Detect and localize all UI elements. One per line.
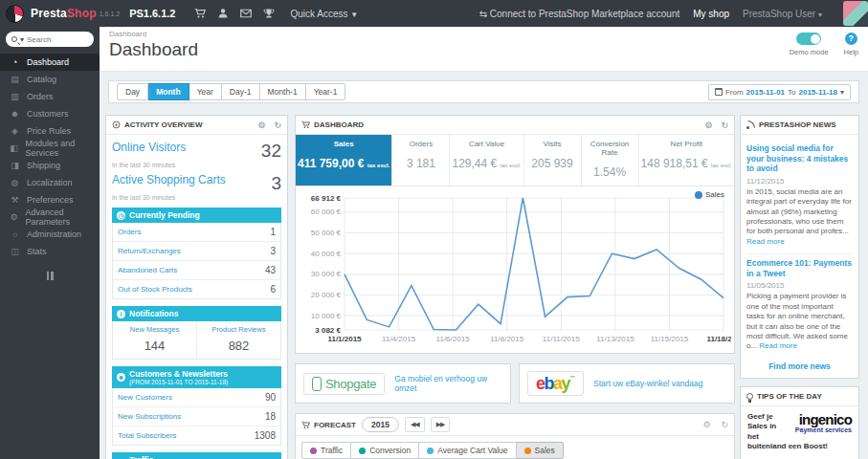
returns-link[interactable]: Return/Exchanges — [118, 247, 181, 255]
table-row: Orders1 — [113, 223, 280, 242]
prestashop-logo-icon[interactable] — [6, 5, 24, 23]
tips-of-the-day-panel: TIPS OF THE DAY ingenico Payment service… — [740, 386, 859, 459]
sidebar-item-catalog[interactable]: ▤Catalog — [0, 71, 100, 88]
customer-icon[interactable] — [211, 8, 234, 19]
demo-mode-label: Demo mode — [790, 48, 829, 56]
read-more-link[interactable]: Read more — [759, 341, 797, 350]
orders-link[interactable]: Orders — [118, 228, 141, 236]
page-title: Dashboard — [109, 39, 198, 60]
sidebar-item-advanced-parameters[interactable]: ⚙Advanced Parameters — [0, 208, 100, 226]
sidebar-item-administration[interactable]: ☼Administration — [0, 226, 100, 243]
sidebar-item-localization[interactable]: ◍Localization — [0, 174, 100, 191]
notifications-table: New Messages144 Product Reviews882 — [112, 321, 281, 360]
out-of-stock-link[interactable]: Out of Stock Products — [118, 285, 192, 294]
kpi-orders[interactable]: Orders3 181 — [392, 135, 450, 186]
toggle-average-cart-value[interactable]: Average Cart Value — [419, 442, 516, 459]
gear-icon[interactable]: ⚙ — [702, 420, 710, 429]
sales-dot-icon — [524, 448, 531, 454]
toggle-sales[interactable]: Sales — [517, 442, 564, 459]
sidebar-search[interactable]: ▾ — [6, 32, 94, 47]
kpi-sales[interactable]: Sales411 759,00 € tax excl. — [296, 135, 392, 186]
new-messages-link[interactable]: New Messages — [115, 325, 194, 334]
date-range-toolbar: Day Month Year Day-1 Month-1 Year-1 From… — [108, 80, 859, 103]
sidebar-item-modules[interactable]: ◧Modules and Services — [0, 140, 100, 157]
forecast-year: 2015 — [362, 417, 399, 432]
breadcrumb: Dashboard — [109, 30, 146, 38]
search-scope-caret-icon[interactable]: ▾ — [20, 35, 24, 44]
sidebar-item-preferences[interactable]: ⚒Preferences — [0, 191, 100, 208]
article-title-link[interactable]: Ecommerce 101: Payments in a Tweet — [746, 258, 853, 278]
range-month-button[interactable]: Month — [148, 83, 189, 100]
abandoned-carts-link[interactable]: Abandoned Carts — [118, 266, 177, 274]
user-avatar[interactable] — [843, 1, 868, 26]
new-messages-value: 144 — [115, 339, 194, 353]
kpi-net-profit[interactable]: Net Profit148 918,51 € tax excl. — [639, 135, 734, 186]
product-reviews-link[interactable]: Product Reviews — [199, 325, 278, 334]
shopgate-link[interactable]: Ga mobiel en verhoog uw omzet — [394, 374, 502, 393]
kpi-conversion-rate[interactable]: Conversion Rate1.54% — [582, 135, 639, 186]
kpi-cart-value[interactable]: Cart Value129,44 € tax excl. — [450, 135, 523, 186]
user-menu[interactable]: PrestaShop User ▾ — [743, 9, 822, 19]
cart-icon[interactable] — [189, 8, 211, 19]
marketplace-link[interactable]: ⇆ Connect to PrestaShop Marketplace acco… — [479, 9, 680, 19]
total-subscribers-link[interactable]: Total Subscribers — [118, 431, 176, 440]
sidebar-item-customers[interactable]: ☻Customers — [0, 105, 100, 122]
sidebar-collapse-icon[interactable] — [45, 272, 55, 280]
demo-mode-toggle[interactable] — [796, 33, 821, 45]
range-day-1-button[interactable]: Day-1 — [222, 83, 260, 100]
next-year-button[interactable]: ▶▶ — [431, 417, 451, 432]
article-title-link[interactable]: Using social media for your business: 4 … — [746, 143, 853, 174]
ebay-logo: ebay™ — [527, 371, 584, 396]
quick-access-menu[interactable]: Quick Access ▼ — [290, 9, 358, 19]
new-subscriptions-link[interactable]: New Subscriptions — [118, 412, 181, 421]
search-input[interactable] — [27, 35, 82, 44]
range-year-1-button[interactable]: Year-1 — [306, 83, 346, 100]
toggle-conversion[interactable]: Conversion — [351, 442, 419, 459]
svg-text:60 000 €: 60 000 € — [311, 208, 342, 216]
online-visitors-link[interactable]: Online Visitors — [112, 141, 186, 154]
refresh-icon[interactable]: ↻ — [721, 420, 728, 429]
active-carts-link[interactable]: Active Shopping Carts — [112, 173, 226, 186]
refresh-icon[interactable]: ↻ — [274, 120, 281, 130]
sidebar-item-stats[interactable]: ◫Stats — [0, 243, 100, 260]
dashboard-icon: ◔ — [10, 57, 20, 67]
kpi-visits[interactable]: Visits205 939 — [524, 135, 582, 186]
avg-cart-dot-icon — [427, 448, 434, 454]
page-header: Dashboard Dashboard Demo mode Help — [100, 27, 868, 72]
sidebar-item-orders[interactable]: ▥Orders — [0, 88, 100, 105]
date-range-picker[interactable]: From2015-11-01 To2015-11-18 ▾ — [708, 84, 851, 100]
read-more-link[interactable]: Read more — [746, 237, 785, 246]
gear-icon[interactable]: ⚙ — [257, 120, 265, 130]
messages-icon[interactable] — [234, 8, 257, 19]
topbar: PrestaShop 1.6.1.2 PS1.6.1.2 Quick Acces… — [0, 0, 868, 27]
brand-name: PrestaShop — [31, 7, 97, 20]
preferences-icon: ⚒ — [10, 195, 20, 205]
toggle-traffic[interactable]: Traffic — [301, 442, 351, 459]
svg-text:11/4/2015: 11/4/2015 — [382, 335, 416, 343]
help-icon[interactable] — [845, 33, 857, 45]
conversion-dot-icon — [359, 448, 366, 454]
find-more-news-link[interactable]: Find more news — [746, 361, 853, 371]
svg-text:10 000 €: 10 000 € — [311, 312, 342, 320]
ebay-link[interactable]: Start uw eBay-winkel vandaag — [593, 379, 702, 388]
range-day-button[interactable]: Day — [117, 83, 148, 100]
table-row: New Customers90 — [113, 388, 280, 407]
prestashop-news-panel: PRESTASHOP NEWS Using social media for y… — [740, 115, 859, 379]
chart-legend[interactable]: Sales — [695, 190, 724, 199]
range-year-button[interactable]: Year — [189, 83, 222, 100]
refresh-icon[interactable]: ↻ — [721, 120, 728, 130]
active-carts-value: 3 — [271, 173, 281, 194]
sidebar-item-dashboard[interactable]: ◔Dashboard — [0, 54, 100, 71]
gear-icon[interactable]: ⚙ — [704, 120, 712, 130]
new-customers-link[interactable]: New Customers — [118, 393, 172, 402]
trophy-icon[interactable] — [257, 8, 280, 19]
sidebar-item-shipping[interactable]: ◨Shipping — [0, 157, 100, 174]
my-shop-link[interactable]: My shop — [693, 9, 729, 19]
sidebar-item-price-rules[interactable]: ◈Price Rules — [0, 122, 100, 140]
table-row: Total Subscribers1308 — [113, 426, 280, 445]
svg-text:40 000 €: 40 000 € — [311, 250, 342, 258]
range-month-1-button[interactable]: Month-1 — [260, 83, 306, 100]
previous-year-button[interactable]: ◀◀ — [405, 417, 425, 432]
article-date: 11/05/2015 — [746, 281, 853, 290]
svg-text:11/18/201: 11/18/201 — [706, 335, 731, 343]
